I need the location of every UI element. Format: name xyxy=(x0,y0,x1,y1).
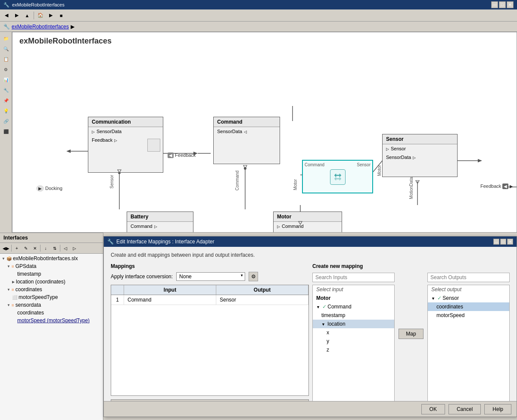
if-item-motorspeedtype[interactable]: ⬜ motorSpeedType xyxy=(0,293,103,301)
output-tree-sensor[interactable]: ▼ ✓Sensor xyxy=(428,294,509,302)
if-btn-add[interactable]: + xyxy=(12,244,21,252)
output-panel: Select output ▼ ✓Sensor coordinates moto… xyxy=(427,273,510,410)
sidebar-icon-2[interactable]: 🔍 xyxy=(1,44,11,53)
if-btn-prev[interactable]: ◁ xyxy=(61,244,70,252)
canvas-content[interactable]: Communication SensorData Feedback Comman… xyxy=(12,50,517,228)
minimize-button[interactable]: — xyxy=(491,1,498,8)
run-button[interactable]: ▶ xyxy=(46,11,56,20)
dialog-title: Edit Interface Mappings : Interface Adap… xyxy=(116,239,214,245)
forward-button[interactable]: ▶ xyxy=(12,11,22,20)
input-tree-motor[interactable]: Motor xyxy=(313,294,394,302)
table-row-1[interactable]: 1 Command Sensor xyxy=(111,295,308,305)
adapter-block[interactable]: Command Sensor Motor xyxy=(302,160,373,193)
if-btn-import[interactable]: ↓ xyxy=(41,244,50,252)
apply-settings-btn[interactable]: ⚙ xyxy=(249,272,258,281)
dialog-close[interactable]: ✕ xyxy=(507,239,513,245)
output-tree-panel: Select output ▼ ✓Sensor coordinates moto… xyxy=(427,285,510,410)
output-tree-motorspeed[interactable]: motorSpeed xyxy=(428,311,509,320)
output-tree-coordinates[interactable]: coordinates xyxy=(428,302,509,311)
if-item-coord-sensor[interactable]: coordinates xyxy=(0,309,103,317)
input-tree-y[interactable]: y xyxy=(313,337,394,345)
dialog-maximize[interactable]: □ xyxy=(500,239,506,245)
search-outputs-field[interactable] xyxy=(427,273,510,282)
main-canvas: exMobileRobotInterfaces xyxy=(12,32,517,233)
input-tree-x[interactable]: x xyxy=(313,328,394,337)
sidebar-icon-5[interactable]: 📊 xyxy=(1,75,11,84)
input-tree-location[interactable]: ▼ location xyxy=(313,320,394,328)
help-button[interactable]: Help xyxy=(484,404,511,414)
if-btn-delete[interactable]: ✕ xyxy=(31,244,39,252)
if-expand-sensor: ▼ xyxy=(7,303,10,307)
apply-select-wrapper[interactable]: None Custom xyxy=(176,272,245,281)
if-item-location[interactable]: ▶ location (coordinates) xyxy=(0,278,103,286)
port-motor-motion-arrow xyxy=(303,232,306,233)
up-button[interactable]: ▲ xyxy=(22,11,32,20)
maximize-button[interactable]: □ xyxy=(499,1,506,8)
close-button[interactable]: ✕ xyxy=(507,1,514,8)
label-command-vert: Command xyxy=(235,171,240,190)
stop-button[interactable]: ■ xyxy=(56,11,66,20)
ok-button[interactable]: OK xyxy=(421,404,445,414)
if-btn-edit[interactable]: ✎ xyxy=(22,244,30,252)
sidebar-icon-9[interactable]: 🔗 xyxy=(1,116,11,126)
if-item-sensordata[interactable]: ▼ ≡ sensordata xyxy=(0,301,103,309)
block-sensor[interactable]: Sensor Sensor SensorData xyxy=(382,134,458,177)
expand-location: ▼ xyxy=(321,322,325,327)
block-sensor-title: Sensor xyxy=(383,134,457,144)
if-item-timestamp[interactable]: timestamp xyxy=(0,270,103,278)
block-command[interactable]: Command SensorData xyxy=(213,117,280,164)
svg-marker-1 xyxy=(66,149,71,153)
port-arrow-left xyxy=(244,129,247,134)
mappings-header: Mappings xyxy=(111,263,309,269)
check-command: ✓ xyxy=(322,304,327,310)
adapter-symbol xyxy=(330,169,346,185)
input-tree-command[interactable]: ▼ ✓Command xyxy=(313,302,394,311)
expand-command: ▼ xyxy=(316,305,320,309)
input-tree-z[interactable]: z xyxy=(313,345,394,354)
breadcrumb-sep: ▶ xyxy=(71,24,75,30)
interfaces-toolbar: ◀▶ + ✎ ✕ ↓ ⇅ ◁ ▷ xyxy=(0,243,103,254)
apply-select[interactable]: None Custom xyxy=(176,272,245,281)
block-command-title: Command xyxy=(214,117,280,127)
sidebar-icon-3[interactable]: 📋 xyxy=(1,54,11,64)
if-item-coordinates[interactable]: ▼ ≡ coordinates xyxy=(0,286,103,293)
dialog-minimize[interactable]: — xyxy=(493,239,499,245)
sidebar-icon-8[interactable]: 💡 xyxy=(1,106,11,115)
if-btn-toggle[interactable]: ◀▶ xyxy=(2,244,10,252)
if-item-motorspeed[interactable]: motorSpeed (motorSpeedType) xyxy=(0,317,103,324)
if-item-gpsdata[interactable]: ▼ ≡ GPSdata xyxy=(0,262,103,270)
sidebar-icon-7[interactable]: 📌 xyxy=(1,96,11,105)
input-tree-timestamp[interactable]: timestamp xyxy=(313,311,394,320)
block-motor-title: Motor xyxy=(274,212,342,222)
block-communication[interactable]: Communication SensorData Feedback xyxy=(88,117,163,173)
breadcrumb-item[interactable]: exMobileRobotInterfaces xyxy=(12,24,69,30)
table-header: Input Output xyxy=(111,285,308,295)
block-motor[interactable]: Motor Command MotionData xyxy=(273,212,342,233)
cancel-button[interactable]: Cancel xyxy=(448,404,481,414)
back-button[interactable]: ◀ xyxy=(2,11,11,20)
td-input: Command xyxy=(124,295,216,305)
home-button[interactable]: 🏠 xyxy=(36,11,45,20)
sidebar-icon-10[interactable]: ⬛ xyxy=(1,127,11,136)
if-struct-icon-coord: ≡ xyxy=(12,287,14,292)
if-expand-root: ▼ xyxy=(2,257,5,261)
block-battery[interactable]: Battery Command xyxy=(127,212,193,233)
sidebar-icon-4[interactable]: ⚙ xyxy=(1,65,11,74)
map-button[interactable]: Map xyxy=(399,329,423,339)
if-btn-next[interactable]: ▷ xyxy=(70,244,79,252)
if-type-icon-speed: ⬜ xyxy=(12,295,17,300)
port-arrow-right-2 xyxy=(114,137,117,143)
dialog-body: Create and edit mappings between input a… xyxy=(104,247,517,415)
sidebar-icon-1[interactable]: 📁 xyxy=(1,34,11,43)
if-item-root[interactable]: ▼ 📦 exMobileRobotInterfaces.slx xyxy=(0,255,103,262)
map-btn-container: Map xyxy=(398,273,424,410)
input-tree-header: Select input xyxy=(313,285,394,294)
search-inputs-field[interactable] xyxy=(312,273,395,282)
td-output: Sensor xyxy=(216,295,308,305)
block-sensor-ports: Sensor SensorData xyxy=(383,144,457,162)
th-input: Input xyxy=(124,285,216,295)
sidebar-icon-6[interactable]: 🔧 xyxy=(1,85,11,95)
inputs-outputs: Select input Motor ▼ ✓Command timestamp … xyxy=(312,273,510,410)
if-btn-sort[interactable]: ⇅ xyxy=(50,244,59,252)
port-motor-cmd-arrow xyxy=(277,224,280,229)
